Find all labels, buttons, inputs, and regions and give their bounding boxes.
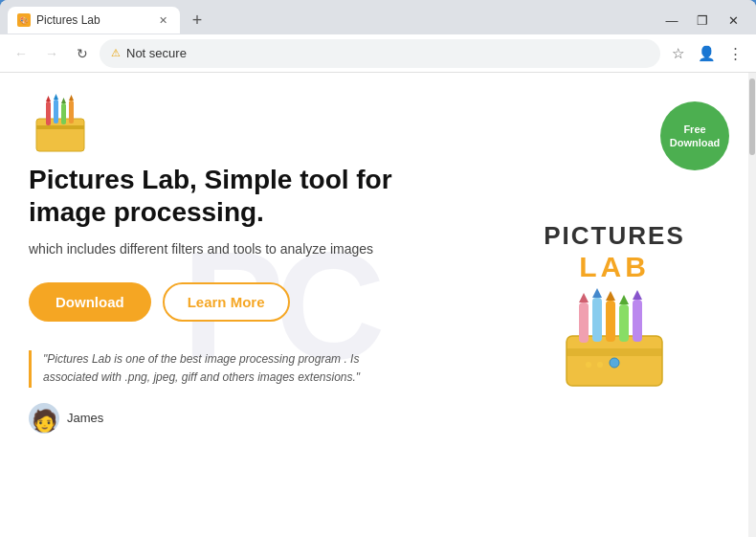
svg-rect-1 (36, 125, 84, 129)
svg-marker-6 (46, 96, 51, 101)
svg-rect-2 (46, 101, 51, 125)
logo-pictures-text: PICTURES (544, 221, 684, 251)
svg-rect-15 (592, 298, 602, 342)
quote-text: "Pictures Lab is one of the best image p… (43, 350, 392, 387)
tab-favicon: 🎨 (17, 13, 31, 27)
new-tab-button[interactable]: + (184, 7, 211, 34)
learn-more-button[interactable]: Learn More (163, 282, 290, 322)
hero-content: Pictures Lab, Simple tool for image proc… (29, 164, 440, 434)
quote-section: "Pictures Lab is one of the best image p… (29, 350, 392, 387)
download-button[interactable]: Download (29, 282, 151, 322)
svg-point-24 (597, 362, 603, 368)
svg-marker-16 (592, 288, 602, 298)
svg-rect-11 (567, 348, 662, 356)
webpage-content: PC (0, 73, 480, 537)
svg-point-12 (610, 358, 619, 368)
svg-marker-20 (619, 295, 629, 304)
svg-point-23 (586, 362, 591, 368)
svg-rect-17 (606, 301, 615, 342)
svg-rect-19 (619, 304, 629, 342)
badge-line1: Free (683, 123, 705, 136)
svg-marker-22 (633, 290, 642, 300)
title-bar: 🎨 Pictures Lab ✕ + — ❐ ✕ (0, 0, 756, 34)
reload-button[interactable]: ↻ (69, 40, 96, 67)
svg-rect-21 (633, 300, 642, 342)
svg-rect-4 (61, 103, 66, 124)
reviewer-name: James (67, 411, 103, 425)
svg-rect-0 (36, 119, 84, 151)
badge-line2: Download (670, 136, 721, 149)
logo-lab-text: LAB (579, 251, 650, 283)
tab-close-button[interactable]: ✕ (155, 12, 170, 28)
reviewer-row: 🧑 James (29, 403, 440, 434)
address-bar[interactable]: ⚠ Not secure (100, 39, 660, 68)
tab-title: Pictures Lab (36, 13, 149, 27)
app-logo: PICTURES LAB (544, 221, 684, 389)
back-button[interactable]: ← (8, 40, 34, 67)
minimize-button[interactable]: — (660, 9, 683, 32)
webpage: PC (0, 73, 756, 537)
security-icon: ⚠ (111, 47, 121, 59)
svg-marker-18 (606, 291, 615, 301)
svg-rect-13 (579, 302, 589, 343)
right-panel: Free Download PICTURES LAB (480, 73, 748, 537)
svg-rect-5 (69, 101, 74, 123)
maximize-button[interactable]: ❐ (691, 9, 714, 32)
browser-window: 🎨 Pictures Lab ✕ + — ❐ ✕ ← → ↻ ⚠ Not sec… (0, 0, 756, 537)
svg-marker-8 (61, 98, 66, 103)
address-text: Not secure (126, 46, 649, 60)
hero-title: Pictures Lab, Simple tool for image proc… (29, 164, 440, 228)
avatar: 🧑 (29, 403, 59, 434)
browser-toolbar: ← → ↻ ⚠ Not secure ☆ 👤 ⋮ (0, 34, 756, 73)
forward-button[interactable]: → (38, 40, 65, 67)
tab-strip: 🎨 Pictures Lab ✕ + (8, 7, 656, 34)
svg-marker-14 (579, 293, 589, 302)
profile-button[interactable]: 👤 (693, 40, 720, 67)
active-tab[interactable]: 🎨 Pictures Lab ✕ (8, 7, 180, 34)
logo-toolbox-illustration (552, 283, 677, 389)
free-download-badge[interactable]: Free Download (660, 101, 729, 170)
toolbar-actions: ☆ 👤 ⋮ (664, 40, 748, 67)
cta-buttons: Download Learn More (29, 282, 440, 322)
avatar-figure: 🧑 (32, 409, 57, 434)
menu-button[interactable]: ⋮ (722, 40, 748, 67)
svg-marker-7 (54, 94, 58, 100)
bookmark-button[interactable]: ☆ (664, 40, 691, 67)
close-button[interactable]: ✕ (722, 9, 745, 32)
toolbox-icon (29, 92, 91, 154)
hero-subtitle: which includes different filters and too… (29, 239, 440, 259)
window-controls: — ❐ ✕ (656, 9, 748, 32)
svg-marker-9 (69, 95, 74, 101)
scrollbar-thumb[interactable] (749, 78, 755, 155)
scrollbar[interactable] (748, 73, 756, 537)
svg-rect-3 (54, 100, 58, 123)
